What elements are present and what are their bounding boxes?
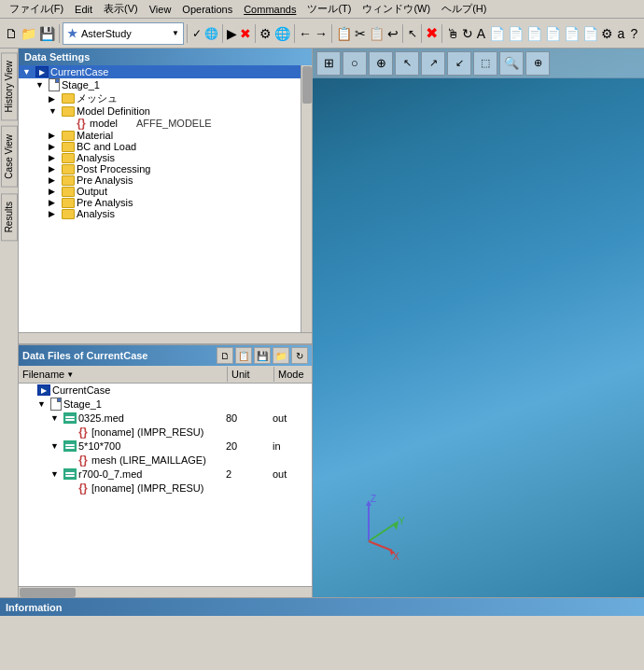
tree-scrollbar-v[interactable] — [301, 65, 312, 332]
file-btn4[interactable]: 📄 — [544, 22, 562, 45]
action-save[interactable]: 💾 — [254, 347, 271, 364]
menu-help[interactable]: ヘルプ(H) — [436, 0, 492, 18]
item-label: model — [90, 118, 118, 129]
vp-zoom-out-btn[interactable]: ⊕ — [525, 51, 550, 76]
viewport[interactable]: ⊞ ○ ⊕ ↖ ↗ ↙ ⬚ 🔍 ⊕ Z Y — [313, 49, 644, 597]
file-row-0325[interactable]: ▼ 0325.med 80 out — [19, 412, 312, 425]
file-row-stage1[interactable]: ▼ Stage_1 — [19, 397, 312, 412]
vp-cursor-btn[interactable]: ↖ — [395, 51, 419, 76]
col-unit[interactable]: Unit — [228, 367, 274, 382]
tree-item-material[interactable]: ▶ Material — [19, 130, 301, 141]
globe-btn[interactable]: 🌐 — [203, 22, 219, 45]
scrollbar-thumb[interactable] — [302, 66, 312, 104]
action-folder[interactable]: 📁 — [273, 347, 289, 364]
font-btn[interactable]: A — [475, 22, 487, 45]
data-tree[interactable]: ▼ ▶ CurrentCase ▼ Stage_1 — [19, 65, 301, 332]
tree-item-preanalysis1[interactable]: ▶ Pre Analysis — [19, 174, 301, 186]
col-mode[interactable]: Mode — [274, 367, 312, 382]
settings-btn[interactable]: ⚙ — [259, 22, 273, 45]
globe2-btn[interactable]: 🌐 — [273, 22, 291, 45]
sort-arrow: ▼ — [66, 370, 74, 379]
file-row-impr1[interactable]: {} [noname] (IMPR_RESU) — [19, 425, 312, 440]
vp-grid-btn[interactable]: ⊞ — [316, 51, 341, 76]
tree-scrollbar-h[interactable] — [19, 332, 312, 343]
pointer-btn[interactable]: 🖱 — [445, 22, 460, 45]
sep7 — [402, 24, 403, 43]
save-btn[interactable]: 💾 — [38, 22, 56, 45]
menu-view1[interactable]: 表示(V) — [98, 0, 144, 18]
action-new[interactable]: 🗋 — [217, 347, 233, 364]
tree-item-model[interactable]: {} model AFFE_MODELE — [19, 117, 301, 130]
data-files-header: Data Files of CurrentCase 🗋 📋 💾 📁 ↻ — [19, 345, 312, 366]
tree-item-postproc[interactable]: ▶ Post Processing — [19, 163, 301, 174]
brace-icon2: {} — [77, 426, 90, 439]
menu-view2[interactable]: View — [144, 2, 177, 17]
vp-circle-btn[interactable]: ○ — [343, 51, 367, 76]
file-row-cc[interactable]: ▶ CurrentCase — [19, 384, 312, 397]
fwd-btn[interactable]: → — [314, 22, 329, 45]
tree-item-preanalysis2[interactable]: ▶ Pre Analysis — [19, 197, 301, 208]
menu-operations[interactable]: Operations — [176, 2, 238, 17]
copy-btn[interactable]: 📋 — [335, 22, 353, 45]
action-refresh[interactable]: ↻ — [291, 347, 308, 364]
tree-item-mesh[interactable]: ▶ メッシュ — [19, 91, 301, 105]
file-row-5x10[interactable]: ▼ 5*10*700 20 in — [19, 440, 312, 453]
file-btn2[interactable]: 📄 — [507, 22, 525, 45]
menu-window[interactable]: ウィンドウ(W) — [357, 0, 436, 18]
file-row-impr2[interactable]: {} [noname] (IMPR_RESU) — [19, 481, 312, 496]
vp-cursor3-btn[interactable]: ↙ — [447, 51, 471, 76]
tree-item-currentcase[interactable]: ▼ ▶ CurrentCase — [19, 65, 301, 78]
open-btn[interactable]: 📁 — [20, 22, 37, 45]
files-tree[interactable]: ▶ CurrentCase ▼ — [19, 384, 312, 586]
menu-commands[interactable]: Commands — [238, 2, 301, 17]
tree-item-analysis2[interactable]: ▶ Analysis — [19, 208, 301, 219]
cursor-btn[interactable]: ↖ — [406, 22, 418, 45]
stop-btn[interactable]: ✖ — [239, 22, 252, 45]
back-btn[interactable]: ← — [298, 22, 313, 45]
check-btn[interactable]: ✓ — [190, 22, 203, 45]
vp-transform-btn[interactable]: ⊕ — [369, 51, 393, 76]
file-btn1[interactable]: 📄 — [488, 22, 506, 45]
col-filename[interactable]: Filename ▼ — [19, 367, 228, 382]
undo-btn[interactable]: ↩ — [386, 22, 399, 45]
vp-render-btn[interactable]: ⬚ — [473, 51, 497, 76]
flag-icon2: ▶ — [37, 384, 50, 396]
item-label: Pre Analysis — [77, 174, 133, 186]
delete-btn[interactable]: ✖ — [425, 22, 439, 45]
tree-item-modeldef[interactable]: ▼ Model Definition — [19, 105, 301, 117]
new-btn[interactable]: 🗋 — [4, 22, 19, 45]
settings-btn2[interactable]: ⚙ — [600, 22, 614, 45]
file-row-r700[interactable]: ▼ r700-0_7.med 2 out — [19, 468, 312, 481]
repeat-btn[interactable]: ↻ — [461, 22, 474, 45]
tree-item-bcload[interactable]: ▶ BC and Load — [19, 141, 301, 152]
tree-item-output[interactable]: ▶ Output — [19, 186, 301, 197]
vp-cursor2-btn[interactable]: ↗ — [421, 51, 445, 76]
expand-arrow: ▼ — [49, 106, 60, 116]
cut-btn[interactable]: ✂ — [354, 22, 367, 45]
action-copy[interactable]: 📋 — [235, 347, 252, 364]
tab-history[interactable]: History View — [1, 52, 18, 120]
tab-case[interactable]: Case View — [1, 126, 18, 188]
tree-item-analysis1[interactable]: ▶ Analysis — [19, 152, 301, 163]
svg-line-3 — [369, 523, 397, 541]
menu-tools[interactable]: ツール(T) — [301, 0, 357, 18]
a-btn[interactable]: a — [615, 22, 627, 45]
file-label: 0325.med — [78, 412, 124, 424]
unknown-btn[interactable]: ? — [628, 22, 640, 45]
paste-btn[interactable]: 📋 — [368, 22, 385, 45]
arrow-right-btn[interactable]: ▶ — [226, 22, 238, 45]
files-scrollbar-h[interactable] — [19, 586, 312, 597]
item-label: Pre Analysis — [77, 197, 133, 208]
vp-zoom-in-btn[interactable]: 🔍 — [499, 51, 524, 76]
tree-item-stage1[interactable]: ▼ Stage_1 — [19, 78, 301, 91]
menu-edit[interactable]: Edit — [69, 2, 98, 17]
viewport-scene[interactable]: Z Y X — [313, 78, 644, 597]
file-btn6[interactable]: 📄 — [581, 22, 599, 45]
app-dropdown[interactable]: ★ AsterStudy ▼ — [63, 22, 184, 45]
brace-icon4: {} — [77, 482, 90, 495]
tab-results[interactable]: Results — [1, 193, 18, 241]
file-btn5[interactable]: 📄 — [563, 22, 581, 45]
menu-file[interactable]: ファイル(F) — [4, 0, 69, 18]
file-btn3[interactable]: 📄 — [525, 22, 543, 45]
file-row-mesh[interactable]: {} mesh (LIRE_MAILLAGE) — [19, 453, 312, 468]
